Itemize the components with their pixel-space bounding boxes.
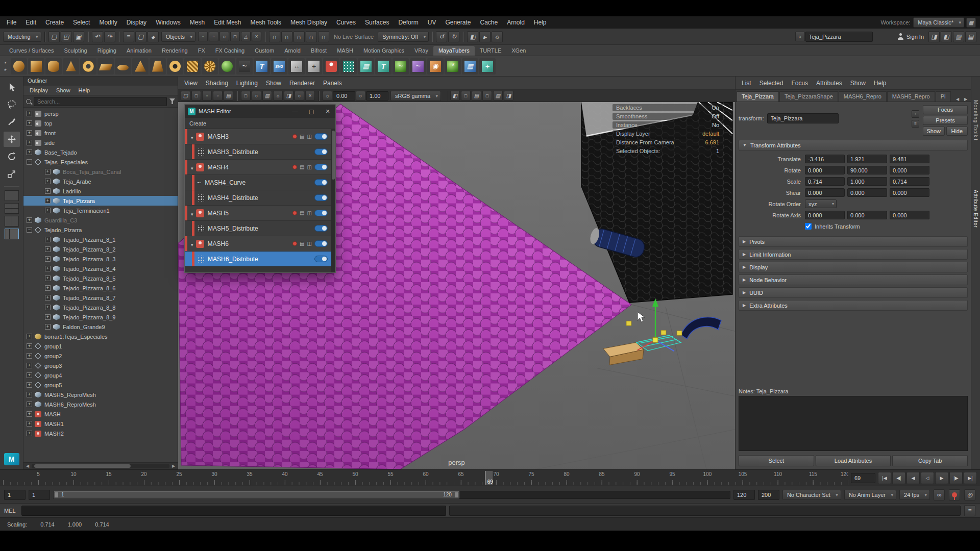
expand-icon[interactable] [27, 130, 32, 136]
menu-mesh[interactable]: Mesh [185, 16, 209, 29]
resolution-gate-icon[interactable] [493, 91, 503, 101]
ae-menu-show[interactable]: Show [846, 78, 870, 88]
menu-deform[interactable]: Deform [394, 16, 423, 29]
scale-x-field[interactable] [805, 177, 845, 186]
outliner-item-group4[interactable]: group4 [23, 370, 178, 380]
menu-cache[interactable]: Cache [475, 16, 502, 29]
shelf-tab-vray[interactable]: VRay [409, 46, 433, 56]
go-to-end-button[interactable] [964, 472, 977, 484]
mask-misc-icon[interactable] [252, 32, 261, 41]
input-connections-icon[interactable] [436, 31, 447, 42]
shelf-tab-bifrost[interactable]: Bifrost [306, 46, 332, 56]
rotate-axis-x-field[interactable] [805, 211, 845, 219]
viewport-menu-shading[interactable]: Shading [202, 78, 232, 88]
shelf-tab-mayatubers[interactable]: MayaTubers [433, 46, 475, 56]
section-pivots[interactable]: ▶Pivots [739, 236, 968, 247]
camera-attributes-icon[interactable] [202, 91, 212, 101]
menu-edit-mesh[interactable]: Edit Mesh [209, 16, 246, 29]
focus-button[interactable]: Focus [923, 105, 968, 114]
shelf-tab-mash[interactable]: MASH [332, 46, 358, 56]
outliner-item-ladrillo[interactable]: Ladrillo [23, 186, 178, 196]
expand-icon[interactable] [45, 295, 51, 300]
outliner-item-teja-terminacion1[interactable]: Teja_Terminacion1 [23, 206, 178, 215]
expand-icon[interactable] [45, 256, 51, 262]
quick-select-icon[interactable] [795, 32, 805, 41]
range-slider[interactable]: 1 120 [53, 491, 730, 499]
enable-toggle[interactable] [314, 133, 328, 140]
measure-distance-icon[interactable] [288, 58, 305, 74]
outliner-item-group5[interactable]: group5 [23, 380, 178, 390]
workspace-dropdown[interactable]: Maya Classic* [913, 17, 964, 28]
attribute-editor-toggle-icon[interactable] [928, 31, 940, 42]
outliner-item-mash2[interactable]: MASH2 [23, 429, 178, 438]
text-tool-icon[interactable] [254, 58, 270, 74]
gamma-icon[interactable] [356, 91, 365, 101]
snap-to-curve-icon[interactable] [281, 31, 292, 42]
shear-z-field[interactable] [890, 188, 929, 197]
outliner-item-base-tejado[interactable]: Base_Tejado [23, 147, 178, 157]
sign-in-button[interactable]: Sign In [897, 33, 924, 40]
select-camera-icon[interactable] [181, 91, 190, 101]
expand-icon[interactable] [27, 217, 32, 223]
section-uuid[interactable]: ▶UUID [739, 287, 968, 298]
playback-range[interactable]: 1 120 [54, 491, 459, 498]
menu-help[interactable]: Help [529, 16, 551, 29]
menu-modify[interactable]: Modify [94, 16, 121, 29]
shelf-tab-xgen[interactable]: XGen [506, 46, 531, 56]
outliner-item-teja-pizzara[interactable]: Teja_Pizzara [23, 196, 178, 206]
show-button[interactable]: Show [923, 127, 945, 136]
outliner-item-boca-teja[interactable]: Boca_Teja_para_Canal [23, 167, 178, 177]
animation-end-field[interactable] [758, 490, 779, 500]
outliner-item-tejado-8-9[interactable]: Tejado_Pizzarra_8_9 [23, 312, 178, 322]
play-backwards-button[interactable] [921, 472, 934, 484]
outliner-item-tejado-8-7[interactable]: Tejado_Pizzarra_8_7 [23, 293, 178, 303]
rotate-order-dropdown[interactable]: xyz [805, 199, 837, 208]
expand-icon[interactable] [45, 208, 51, 213]
expand-icon[interactable] [27, 431, 32, 436]
mash-menu-create[interactable]: Create [189, 120, 206, 127]
menu-mesh-display[interactable]: Mesh Display [286, 16, 332, 29]
mash-node-row[interactable]: MASH3_Distribute [185, 144, 331, 160]
shadows-icon[interactable] [284, 91, 293, 101]
outliner-item-tejado-8-2[interactable]: Tejado_Pizzarra_8_2 [23, 244, 178, 254]
expand-icon[interactable] [45, 314, 51, 320]
expand-icon[interactable] [27, 392, 32, 397]
step-back-key-button[interactable] [892, 472, 905, 484]
shelf-tab-motion-graphics[interactable]: Motion Graphics [358, 46, 409, 56]
polypyramid-icon[interactable] [132, 58, 149, 74]
menu-generate[interactable]: Generate [440, 16, 475, 29]
notes-textarea[interactable] [739, 396, 968, 451]
scale-y-field[interactable] [847, 177, 887, 186]
live-surface-button[interactable]: No Live Surface [330, 34, 378, 40]
list-icon[interactable] [912, 120, 919, 128]
outliner-item-mash5-repromesh[interactable]: MASH5_ReproMesh [23, 390, 178, 399]
paint-effects-icon[interactable] [445, 58, 461, 74]
connections-icon[interactable] [307, 241, 312, 246]
scrollbar-thumb[interactable] [332, 131, 335, 180]
xray-icon[interactable] [461, 91, 471, 101]
chevron-down-icon[interactable] [191, 163, 193, 172]
ae-menu-selected[interactable]: Selected [755, 78, 788, 88]
grid-icon[interactable] [472, 91, 481, 101]
type-tool-icon[interactable] [375, 58, 391, 74]
snap-to-view-plane-icon[interactable] [318, 31, 329, 42]
ae-tab-mash6-repro[interactable]: MASH6_Repro [839, 91, 887, 102]
layout-two-pane-button[interactable] [5, 216, 19, 227]
range-handle-right[interactable] [455, 492, 458, 497]
outliner-item-mash[interactable]: MASH [23, 409, 178, 419]
workspace-settings-icon[interactable] [966, 18, 976, 28]
command-input[interactable] [21, 506, 446, 516]
expand-icon[interactable] [45, 266, 51, 271]
outliner-item-tejado-8-3[interactable]: Tejado_Pizzarra_8_3 [23, 254, 178, 264]
outliner-item-persp[interactable]: persp [23, 109, 178, 118]
colorspace-dropdown[interactable]: sRGB gamma [390, 91, 441, 101]
expand-icon[interactable] [45, 276, 51, 281]
mask-deformations-icon[interactable] [241, 32, 251, 41]
mash-editor-titlebar[interactable]: MASH Editor — ▢ ✕ [185, 105, 335, 118]
copy-tab-button[interactable]: Copy Tab [892, 455, 968, 466]
motion-blur-icon[interactable] [305, 91, 315, 101]
polyplane-icon[interactable] [97, 58, 114, 74]
mash-waiter-icon[interactable] [323, 58, 339, 74]
polycylinder-icon[interactable] [45, 58, 62, 74]
expand-icon[interactable] [27, 111, 32, 116]
